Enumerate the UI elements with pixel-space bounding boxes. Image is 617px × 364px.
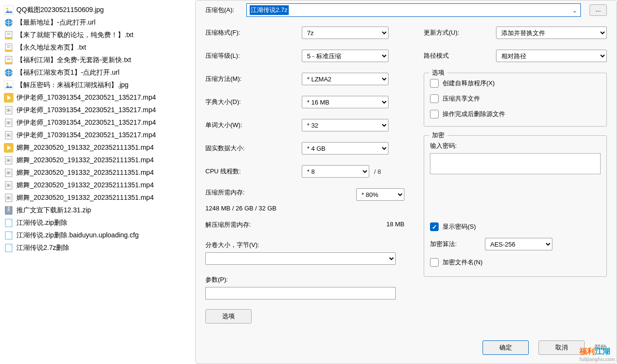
path-select[interactable]: 相对路径: [496, 50, 607, 62]
file-icon: [4, 193, 13, 203]
file-item[interactable]: 【永久地址发布页】.txt: [0, 41, 195, 54]
file-item[interactable]: 江湖传说2.7z删除: [0, 242, 195, 254]
file-item[interactable]: 媚舞_20230520_191332_202352111351.mp4: [0, 192, 195, 204]
sfx-checkbox[interactable]: [430, 79, 439, 88]
file-item[interactable]: 【来了就能下载的论坛，纯免费！】.txt: [0, 29, 195, 41]
mem-comp-label: 压缩所需内存:: [205, 188, 245, 201]
file-name: 【福利江湖发布页1】-点此打开.url: [16, 68, 120, 77]
mem-decomp-label: 解压缩所需内存:: [205, 221, 251, 229]
delete-checkbox[interactable]: [430, 110, 439, 118]
options-fieldset: 选项 创建自释放程序(X) 压缩共享文件 操作完成后删除源文件: [424, 73, 607, 127]
file-item[interactable]: 伊伊老师_170391354_20230521_135217.mp4: [0, 91, 195, 104]
svg-rect-37: [8, 207, 10, 211]
file-item[interactable]: 【福利江湖】全免费-无套路-更新快.txt: [0, 54, 195, 66]
file-icon: [4, 243, 13, 253]
file-name: 推广文宣下载新12.31.zip: [16, 206, 91, 215]
file-name: 媚舞_20230520_191332_202352111351.mp4: [16, 181, 154, 190]
dict-select[interactable]: * 16 MB: [302, 96, 389, 108]
file-icon: [4, 55, 13, 65]
file-icon: [4, 93, 13, 103]
file-icon: [4, 80, 13, 90]
file-name: 伊伊老师_170391354_20230521_135217.mp4: [16, 106, 156, 115]
svg-rect-13: [5, 62, 12, 64]
left-column: 压缩格式(F): 7z 压缩等级(L): 5 - 标准压缩 压缩方法(M): *…: [205, 26, 404, 324]
cpu-total: / 8: [374, 168, 381, 175]
word-select[interactable]: * 32: [302, 119, 389, 131]
mem-comp-value: 1248 MB / 26 GB / 32 GB: [205, 205, 276, 212]
file-icon: [4, 68, 13, 78]
file-item[interactable]: 【解压密码：来福利江湖找福利】.jpg: [0, 79, 195, 91]
svg-rect-9: [5, 50, 12, 52]
file-name: 媚舞_20230520_191332_202352111351.mp4: [16, 194, 154, 202]
svg-rect-18: [4, 80, 13, 90]
file-item[interactable]: 推广文宣下载新12.31.zip: [0, 204, 195, 217]
encryption-fieldset: 加密 输入密码: 显示密码(S) 加密算法: AES-256 加密文件名(N): [424, 135, 607, 277]
options-button[interactable]: 选项: [205, 309, 252, 324]
solid-select[interactable]: * 4 GB: [302, 142, 389, 155]
show-password-checkbox[interactable]: [430, 222, 439, 231]
file-icon: [4, 168, 13, 178]
file-icon: [4, 181, 13, 190]
file-name: 媚舞_20230520_191332_202352111351.mp4: [16, 169, 154, 177]
enc-algo-select[interactable]: AES-256: [485, 238, 552, 250]
method-label: 压缩方法(M):: [205, 75, 302, 83]
enc-filenames-checkbox[interactable]: [430, 258, 439, 267]
method-select[interactable]: * LZMA2: [302, 73, 389, 85]
volume-label: 分卷大小，字节(V):: [205, 241, 404, 249]
params-input[interactable]: [205, 287, 396, 299]
delete-label: 操作完成后删除源文件: [443, 110, 505, 118]
file-item[interactable]: 伊伊老师_170391354_20230521_135217.mp4: [0, 104, 195, 117]
shared-label: 压缩共享文件: [443, 94, 480, 103]
file-item[interactable]: 伊伊老师_170391354_20230521_135217.mp4: [0, 129, 195, 142]
file-item[interactable]: QQ截图20230521150609.jpg: [0, 4, 195, 16]
file-item[interactable]: 【最新地址】-点此打开.url: [0, 16, 195, 29]
file-item[interactable]: 江湖传说.zip删除: [0, 217, 195, 229]
cancel-button[interactable]: 取消: [538, 340, 585, 355]
sfx-label: 创建自释放程序(X): [443, 79, 495, 88]
file-name: 江湖传说2.7z删除: [16, 244, 69, 252]
path-label: 路径模式: [424, 52, 496, 60]
file-icon: [4, 206, 13, 215]
update-label: 更新方式(U):: [424, 28, 496, 37]
file-icon: [4, 18, 13, 27]
file-name: 【来了就能下载的论坛，纯免费！】.txt: [16, 31, 134, 39]
svg-rect-5: [5, 37, 12, 39]
browse-button[interactable]: ...: [590, 4, 607, 16]
file-icon: [4, 218, 13, 228]
chevron-down-icon: ⌄: [572, 7, 577, 14]
file-item[interactable]: 江湖传说.zip删除.baiduyun.uploading.cfg: [0, 229, 195, 242]
enc-algo-label: 加密算法:: [430, 240, 478, 248]
file-item[interactable]: 媚舞_20230520_191332_202352111351.mp4: [0, 154, 195, 167]
level-select[interactable]: 5 - 标准压缩: [302, 50, 389, 62]
format-select[interactable]: 7z: [302, 26, 389, 39]
archive-name-combo[interactable]: 江湖传说2.7z ⌄: [246, 3, 581, 17]
file-name: 伊伊老师_170391354_20230521_135217.mp4: [16, 131, 156, 140]
file-name: 伊伊老师_170391354_20230521_135217.mp4: [16, 118, 156, 127]
options-legend: 选项: [429, 68, 447, 77]
file-item[interactable]: 媚舞_20230520_191332_202352111351.mp4: [0, 142, 195, 154]
file-item[interactable]: 媚舞_20230520_191332_202352111351.mp4: [0, 167, 195, 179]
right-column: 更新方式(U): 添加并替换文件 路径模式 相对路径 选项 创建自释放程序(X)…: [424, 26, 607, 324]
show-password-label: 显示密码(S): [443, 222, 476, 231]
svg-point-19: [6, 83, 8, 85]
file-item[interactable]: 伊伊老师_170391354_20230521_135217.mp4: [0, 117, 195, 129]
file-name: QQ截图20230521150609.jpg: [16, 6, 104, 14]
file-icon: [4, 143, 13, 153]
file-name: 媚舞_20230520_191332_202352111351.mp4: [16, 143, 154, 152]
password-input[interactable]: [430, 153, 601, 174]
update-select[interactable]: 添加并替换文件: [496, 26, 607, 39]
enc-pwd-label: 输入密码:: [430, 142, 601, 150]
cpu-select[interactable]: * 8: [302, 165, 369, 178]
file-item[interactable]: 【福利江湖发布页1】-点此打开.url: [0, 66, 195, 79]
watermark: 福利江湖 fulijianghu.com: [579, 347, 615, 362]
shared-checkbox[interactable]: [430, 94, 439, 103]
file-name: 媚舞_20230520_191332_202352111351.mp4: [16, 156, 154, 165]
mem-pct-select[interactable]: * 80%: [356, 188, 404, 201]
file-list[interactable]: QQ截图20230521150609.jpg【最新地址】-点此打开.url【来了…: [0, 0, 195, 364]
file-item[interactable]: 媚舞_20230520_191332_202352111351.mp4: [0, 179, 195, 192]
file-name: 【永久地址发布页】.txt: [16, 43, 86, 52]
svg-point-1: [6, 8, 8, 10]
volume-select[interactable]: [205, 252, 396, 265]
ok-button[interactable]: 确定: [483, 340, 529, 355]
params-label: 参数(P):: [205, 275, 404, 284]
